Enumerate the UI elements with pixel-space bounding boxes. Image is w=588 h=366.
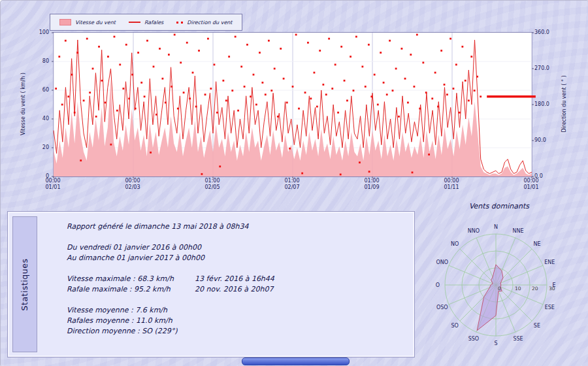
wind-direction-dot <box>440 50 442 52</box>
wind-direction-dot <box>161 78 163 80</box>
rose-direction-label: SSO <box>468 336 479 342</box>
wind-direction-dot <box>110 144 112 146</box>
wind-direction-dot <box>137 52 139 54</box>
wind-direction-dot <box>446 93 448 95</box>
wind-direction-dot <box>168 54 170 56</box>
rose-direction-label: NE <box>533 241 540 247</box>
weather-report-window: Vitesse du vent Rafales Direction du ven… <box>0 0 588 366</box>
wind-direction-dot <box>325 93 327 95</box>
wind-speed-area-swatch-icon <box>59 19 71 25</box>
y-axis-right-tick-label: 270.0 <box>534 65 549 71</box>
wind-direction-dot <box>253 74 255 76</box>
wind-direction-dot <box>289 148 291 150</box>
wind-direction-dot <box>322 84 324 86</box>
wind-direction-dot <box>55 88 57 90</box>
wind-direction-dot <box>365 86 367 88</box>
wind-direction-dot <box>434 72 436 74</box>
wind-direction-dot <box>255 104 257 106</box>
max-speed-row: Vitesse maximale : 68.3 km/h 13 févr. 20… <box>67 274 408 284</box>
rose-direction-label: SO <box>451 323 458 329</box>
wind-direction-dot <box>195 106 197 108</box>
wind-direction-dot <box>386 93 388 95</box>
legend-item-wind-speed[interactable]: Vitesse du vent <box>59 19 116 25</box>
wind-direction-dot <box>67 95 69 97</box>
wind-direction-dot <box>304 92 306 93</box>
wind-direction-dot <box>455 63 457 65</box>
y-axis-right-tick-label: 360.0 <box>534 29 549 35</box>
wind-direction-dot <box>128 97 130 99</box>
wind-direction-dot <box>314 72 316 74</box>
wind-direction-dot <box>476 76 478 78</box>
legend-item-gusts[interactable]: Rafales <box>129 20 163 25</box>
wind-direction-dot <box>240 66 242 68</box>
wind-time-series-plot[interactable] <box>53 32 532 177</box>
wind-direction-dot <box>270 90 272 92</box>
wind-direction-dot <box>298 108 300 110</box>
wind-direction-dot <box>177 108 179 110</box>
wind-direction-dot <box>222 80 224 82</box>
wind-direction-dot <box>231 90 233 92</box>
rose-direction-label: NNO <box>468 228 480 234</box>
rose-direction-label: NO <box>451 241 459 247</box>
legend-label-wind-speed: Vitesse du vent <box>75 20 116 25</box>
wind-direction-dot <box>340 174 342 176</box>
rose-direction-label: ONO <box>436 259 448 265</box>
y-axis-left-tick-label: 60 <box>42 87 49 93</box>
wind-direction-dot <box>277 116 279 118</box>
statistics-side-strip: Statistiques <box>12 216 37 352</box>
wind-direction-dot <box>283 78 285 80</box>
x-axis-tick-label: 00:0001/01 <box>510 178 552 190</box>
wind-direction-dot <box>174 34 176 36</box>
bottom-scrollbar-thumb[interactable] <box>242 358 350 365</box>
wind-direction-dot <box>192 72 194 74</box>
wind-direction-dot <box>150 152 152 154</box>
wind-direction-dot <box>125 44 127 46</box>
rose-scale-label: 20 <box>532 286 538 291</box>
wind-direction-dot <box>431 97 433 99</box>
rose-direction-label: ENE <box>544 259 555 265</box>
wind-direction-dot <box>114 36 116 38</box>
wind-direction-dot <box>274 68 276 70</box>
wind-direction-dot <box>346 99 348 101</box>
wind-direction-dot <box>295 34 297 36</box>
wind-direction-dot <box>404 78 406 80</box>
wind-direction-dot <box>101 80 103 82</box>
wind-direction-dot <box>146 40 148 42</box>
chart-legend: Vitesse du vent Rafales Direction du ven… <box>50 14 242 31</box>
wind-direction-dot <box>461 46 463 48</box>
wind-direction-dot <box>280 48 282 50</box>
wind-direction-dot <box>395 68 397 70</box>
wind-direction-dot <box>140 82 142 84</box>
wind-direction-dot <box>374 74 376 76</box>
wind-direction-dot <box>398 116 400 118</box>
y-axis-right-ticks: 0.090.0180.0270.0360.0 <box>534 32 561 176</box>
wind-direction-dot <box>449 38 451 40</box>
y-axis-left-tick-label: 100 <box>39 29 49 35</box>
wind-direction-dot <box>92 68 94 70</box>
wind-direction-dot <box>210 88 212 90</box>
wind-direction-dot <box>89 92 91 93</box>
wind-direction-dot <box>180 61 182 63</box>
wind-direction-dot <box>416 34 418 36</box>
wind-direction-dot <box>453 88 455 90</box>
wind-rose-title: Vents dominants <box>434 202 564 210</box>
gusts-line-swatch-icon <box>129 22 140 23</box>
wind-direction-dot <box>301 173 303 175</box>
wind-direction-dot <box>480 95 482 97</box>
wind-direction-dot <box>340 46 342 48</box>
wind-direction-dot <box>355 36 357 38</box>
rose-direction-label: N <box>494 224 498 230</box>
rose-direction-label: O <box>436 282 440 288</box>
y-axis-right-tick-label: 180.0 <box>534 101 549 107</box>
period-from-line: Du vendredi 01 janvier 2016 à 00h00 <box>67 242 408 253</box>
wind-direction-dot <box>116 110 118 112</box>
wind-direction-dot <box>370 95 372 97</box>
wind-direction-dot <box>228 56 230 58</box>
x-axis-tick-label: 00:0002/03 <box>112 178 154 190</box>
max-speed-date: 13 févr. 2016 à 16h44 <box>195 274 274 284</box>
rose-scale-label: 10 <box>515 286 521 291</box>
y-axis-right-title: Direction du vent ( ° ) <box>561 75 567 132</box>
rose-scale-label: 0 <box>498 286 501 291</box>
wind-direction-dot <box>292 86 294 88</box>
legend-item-wind-direction[interactable]: Direction du vent <box>176 20 232 25</box>
